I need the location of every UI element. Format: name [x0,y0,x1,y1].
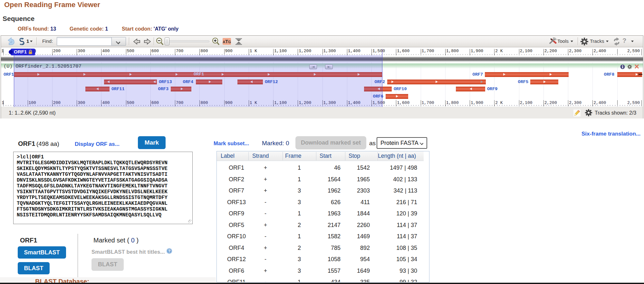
svg-text:?: ? [168,249,171,253]
